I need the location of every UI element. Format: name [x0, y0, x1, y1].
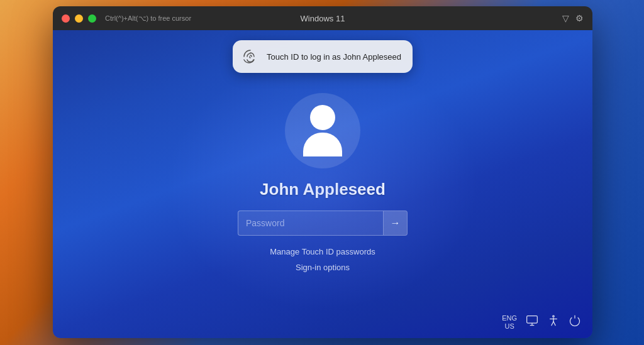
arrow-icon: →	[391, 217, 401, 229]
win11-taskbar-bottom: ENG US	[502, 314, 581, 331]
avatar-head	[310, 105, 335, 130]
avatar-figure	[303, 105, 342, 156]
title-bar-right: ▽ ⚙	[562, 13, 584, 23]
sign-in-options-link[interactable]: Sign-in options	[296, 263, 350, 272]
title-bar-hint: Ctrl(^)+Alt(⌥) to free cursor	[105, 14, 191, 23]
close-button[interactable]	[62, 14, 70, 23]
mac-desktop: Ctrl(^)+Alt(⌥) to free cursor Windows 11…	[0, 0, 644, 345]
fingerprint-icon	[240, 47, 260, 67]
touch-id-toast: Touch ID to log in as John Appleseed	[233, 40, 413, 73]
avatar-body	[303, 133, 342, 156]
lang-line1: ENG	[502, 314, 517, 322]
svg-rect-0	[527, 316, 538, 324]
password-container: →	[238, 211, 408, 236]
password-input[interactable]	[238, 212, 383, 234]
mac-window: Ctrl(^)+Alt(⌥) to free cursor Windows 11…	[53, 6, 592, 338]
title-bar: Ctrl(^)+Alt(⌥) to free cursor Windows 11…	[53, 6, 592, 30]
window-title: Windows 11	[301, 14, 345, 23]
accessibility-icon[interactable]	[547, 314, 560, 330]
win11-content: Touch ID to log in as John Appleseed Joh…	[53, 30, 592, 338]
svg-point-1	[553, 315, 555, 317]
power-icon[interactable]	[569, 314, 581, 330]
maximize-button[interactable]	[88, 14, 96, 23]
minimize-button[interactable]	[75, 14, 83, 23]
traffic-lights	[62, 14, 96, 23]
avatar-container	[285, 93, 360, 168]
lang-line2: US	[502, 322, 517, 331]
filter-icon[interactable]: ▽	[562, 13, 569, 23]
monitor-icon[interactable]	[526, 314, 538, 330]
touch-id-text: Touch ID to log in as John Appleseed	[267, 52, 401, 62]
settings-icon[interactable]: ⚙	[575, 13, 584, 23]
manage-touch-id-link[interactable]: Manage Touch ID passwords	[270, 247, 375, 256]
language-selector[interactable]: ENG US	[502, 314, 517, 331]
username-label: John Appleseed	[260, 180, 386, 199]
password-submit-button[interactable]: →	[383, 211, 407, 235]
